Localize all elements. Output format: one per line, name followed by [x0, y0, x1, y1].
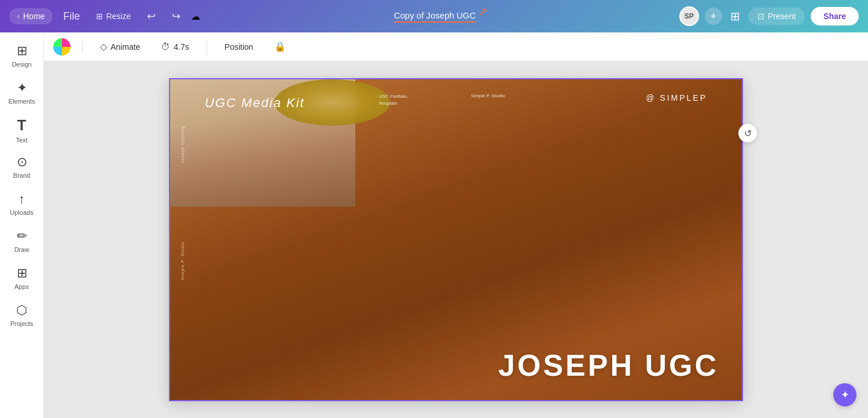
- vertical-text-studio: Simple P. Studio: [181, 241, 185, 280]
- resize-label: Resize: [106, 12, 131, 21]
- brand-label: Brand: [13, 172, 30, 179]
- back-chevron-icon: ‹: [17, 12, 20, 20]
- sidebar-item-projects[interactable]: ⬡ Projects: [2, 296, 42, 333]
- home-label: Home: [23, 12, 45, 21]
- studio-name: Simple P. Studio: [471, 93, 505, 98]
- projects-icon: ⬡: [16, 303, 27, 318]
- uploads-icon: ↑: [19, 192, 25, 207]
- canvas-area: UGC Media Kit UGC Portfolio Template Sim…: [44, 61, 868, 418]
- draw-label: Draw: [14, 246, 30, 253]
- resize-icon: ⊞: [96, 12, 103, 21]
- home-button[interactable]: ‹ Home: [9, 8, 53, 24]
- ugc-kit-italic: Kit: [286, 96, 305, 110]
- share-button[interactable]: Share: [811, 7, 859, 25]
- animate-label: Animate: [111, 42, 140, 52]
- present-button[interactable]: ⊡ Present: [748, 8, 805, 25]
- rotate-icon: ↺: [744, 128, 752, 139]
- lock-button[interactable]: 🔒: [269, 38, 292, 55]
- elements-icon: ✦: [17, 80, 27, 96]
- stats-icon[interactable]: ⊞: [728, 7, 742, 25]
- text-label: Text: [16, 137, 27, 144]
- divider-1: [82, 40, 83, 54]
- secondary-toolbar: ◇ Animate ⏱ 4.7s Position 🔒: [44, 32, 868, 61]
- animate-button[interactable]: ◇ Animate: [94, 38, 146, 55]
- joseph-ugc-main-title: JOSEPH UGC: [498, 348, 719, 383]
- undo-button[interactable]: ↩: [141, 6, 161, 26]
- duration-label: 4.7s: [174, 42, 189, 52]
- joseph-ugc-text: JOSEPH UGC: [498, 349, 719, 382]
- simple-studio-text: Simple P. Studio: [471, 93, 505, 98]
- present-label: Present: [768, 12, 796, 21]
- portfolio-line2: Template: [378, 100, 407, 107]
- left-sidebar: ⊞ Design ✦ Elements T Text ⊙ Brand ↑ Upl…: [0, 32, 44, 418]
- file-menu[interactable]: File: [57, 7, 86, 26]
- canvas-overlay: UGC Media Kit UGC Portfolio Template Sim…: [170, 79, 742, 400]
- lock-icon: 🔒: [274, 41, 286, 52]
- cloud-save-icon: ☁: [191, 11, 200, 22]
- help-icon: ✦: [841, 388, 849, 401]
- sidebar-item-brand[interactable]: ⊙ Brand: [2, 148, 42, 185]
- vertical-text-opening: Joseph Opening: [181, 126, 185, 163]
- right-controls: SP + ⊞ ⊡ Present Share: [679, 6, 859, 26]
- design-icon: ⊞: [17, 43, 27, 58]
- simplep-at-handle: @ SIMPLEP: [646, 93, 707, 102]
- position-button[interactable]: Position: [219, 39, 259, 54]
- position-label: Position: [225, 42, 253, 52]
- simplep-handle: @ SIMPLEP: [646, 93, 707, 102]
- edit-cursor-icon: ↗: [478, 5, 488, 19]
- vertical-text-1-content: Joseph Opening: [181, 126, 185, 163]
- sidebar-item-text[interactable]: T Text: [2, 111, 42, 148]
- canvas-frame[interactable]: UGC Media Kit UGC Portfolio Template Sim…: [169, 78, 743, 401]
- rotate-handle[interactable]: ↺: [738, 124, 757, 142]
- title-area: Copy of Joseph UGC ↗: [200, 9, 679, 23]
- document-title[interactable]: Copy of Joseph UGC: [394, 10, 476, 23]
- user-avatar[interactable]: SP: [679, 6, 699, 26]
- clock-icon: ⏱: [161, 42, 170, 52]
- help-button[interactable]: ✦: [833, 383, 856, 406]
- brand-icon: ⊙: [17, 155, 27, 170]
- apps-icon: ⊞: [17, 266, 27, 281]
- color-palette-button[interactable]: [53, 38, 71, 56]
- uploads-label: Uploads: [10, 209, 33, 216]
- ugc-title-text: UGC Media: [205, 96, 282, 110]
- top-bar: ‹ Home File ⊞ Resize ↩ ↪ ☁ Copy of Josep…: [0, 0, 868, 32]
- text-icon: T: [17, 116, 27, 134]
- sidebar-item-draw[interactable]: ✏ Draw: [2, 222, 42, 259]
- animate-icon: ◇: [100, 41, 107, 52]
- elements-label: Elements: [9, 98, 35, 105]
- present-icon: ⊡: [757, 12, 764, 21]
- duration-button[interactable]: ⏱ 4.7s: [155, 39, 194, 55]
- ugc-media-title: UGC Media Kit: [205, 96, 305, 111]
- draw-icon: ✏: [17, 229, 27, 244]
- redo-button[interactable]: ↪: [166, 6, 186, 26]
- resize-button[interactable]: ⊞ Resize: [90, 8, 137, 24]
- design-label: Design: [12, 61, 31, 68]
- divider-2: [207, 40, 207, 54]
- vertical-text-2-content: Simple P. Studio: [181, 241, 185, 280]
- add-collaborator-button[interactable]: +: [705, 8, 722, 25]
- sidebar-item-apps[interactable]: ⊞ Apps: [2, 259, 42, 296]
- apps-label: Apps: [14, 283, 29, 290]
- sidebar-item-uploads[interactable]: ↑ Uploads: [2, 185, 42, 222]
- portfolio-line1: UGC Portfolio: [378, 93, 407, 100]
- ugc-portfolio-text: UGC Portfolio Template: [378, 93, 407, 107]
- left-controls: ‹ Home File ⊞ Resize ↩ ↪ ☁: [9, 6, 200, 26]
- projects-label: Projects: [10, 320, 34, 327]
- sidebar-item-design[interactable]: ⊞ Design: [2, 37, 42, 74]
- sidebar-item-elements[interactable]: ✦ Elements: [2, 74, 42, 111]
